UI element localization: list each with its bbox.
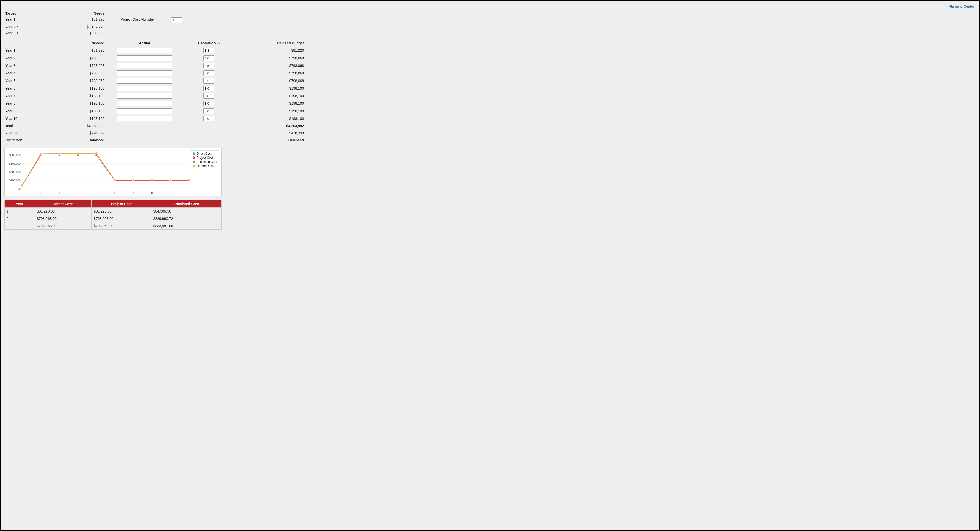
actual-input[interactable] — [117, 48, 172, 53]
targets-grid: Target Needs Year 1 $81,220 Project Cost… — [4, 11, 976, 36]
svg-text:10: 10 — [188, 191, 191, 194]
legend-item: Deferral Cost — [192, 164, 217, 168]
cost-cell-direct: $798,068.00 — [35, 222, 92, 230]
summary-revised: $4,263,992 — [234, 123, 305, 129]
svg-point-60 — [188, 179, 190, 181]
cost-cell-escalated: $833,981.06 — [151, 222, 221, 230]
actual-input[interactable] — [117, 116, 172, 121]
summary-revised: $426,399 — [234, 130, 305, 136]
cost-cell-direct: $798,068.00 — [35, 215, 92, 222]
summary-needed: Balanced — [55, 137, 105, 143]
actual-input[interactable] — [117, 108, 172, 114]
escalation-input[interactable] — [204, 116, 215, 121]
svg-point-57 — [132, 179, 134, 181]
svg-text:$200,000: $200,000 — [9, 179, 21, 182]
revised-value: $198,100 — [234, 100, 305, 107]
target-row-needs: $3,192,270 — [55, 24, 105, 30]
target-row-label: Year 2-5 — [4, 24, 55, 30]
summary-label: Average — [4, 130, 55, 136]
needed-value: $198,100 — [55, 85, 105, 92]
needed-value: $81,220 — [55, 47, 105, 54]
chart-legend: Direct CostProject CostEscalated CostDef… — [190, 151, 219, 169]
needed-value: $798,068 — [55, 62, 105, 69]
target-row-needs: $81,220 — [55, 17, 105, 24]
cost-table: Year Direct Cost Project Cost Escalated … — [4, 200, 221, 230]
actual-input[interactable] — [117, 101, 172, 106]
escalation-input[interactable] — [204, 63, 215, 68]
actual-input[interactable] — [117, 86, 172, 91]
year-label: Year 5 — [4, 78, 55, 84]
escalation-input[interactable] — [204, 101, 215, 106]
actual-input[interactable] — [117, 78, 172, 84]
cost-chart: $0$200,000$400,000$600,000$800,000123456… — [4, 148, 221, 196]
summary-label: Total — [4, 123, 55, 129]
svg-text:9: 9 — [170, 191, 171, 194]
year-label: Year 7 — [4, 93, 55, 99]
year-label: Year 3 — [4, 62, 55, 69]
cost-cell-direct: $81,220.00 — [35, 208, 92, 215]
budget-grid: Needed Actual Escalation % Revised Budge… — [4, 40, 976, 143]
legend-label: Escalated Cost — [197, 160, 217, 163]
target-row-label: Year 1 — [4, 17, 55, 24]
svg-text:4: 4 — [77, 191, 79, 194]
cost-th-year: Year — [5, 200, 35, 208]
svg-point-58 — [151, 179, 153, 181]
year-label: Year 4 — [4, 70, 55, 76]
actual-input[interactable] — [117, 93, 172, 99]
svg-text:$0: $0 — [18, 187, 21, 190]
multiplier-input[interactable] — [171, 17, 182, 23]
col-revised: Revised Budget — [234, 40, 305, 46]
table-row: 3$798,068.00$798,068.00$833,981.06 — [5, 222, 221, 230]
revised-value: $198,100 — [234, 108, 305, 114]
year-label: Year 8 — [4, 100, 55, 107]
svg-text:2: 2 — [40, 191, 41, 194]
escalation-input[interactable] — [204, 93, 215, 99]
svg-text:$400,000: $400,000 — [9, 170, 21, 173]
actual-input[interactable] — [117, 70, 172, 76]
actual-input[interactable] — [117, 63, 172, 68]
planning-center-link[interactable]: Planning Center — [949, 4, 974, 8]
cost-cell-project: $798,068.00 — [91, 215, 151, 222]
svg-point-59 — [170, 179, 172, 181]
legend-label: Project Cost — [197, 156, 213, 160]
col-escalation: Escalation % — [184, 40, 234, 46]
svg-text:3: 3 — [59, 191, 60, 194]
cost-cell-project: $798,068.00 — [91, 222, 151, 230]
legend-item: Direct Cost — [192, 152, 217, 156]
svg-point-54 — [77, 152, 79, 154]
escalation-input[interactable] — [204, 70, 215, 76]
revised-value: $198,100 — [234, 85, 305, 92]
escalation-input[interactable] — [204, 55, 215, 61]
cost-cell-year: 2 — [5, 215, 35, 222]
revised-value: $798,068 — [234, 62, 305, 69]
escalation-input[interactable] — [204, 86, 215, 91]
escalation-input[interactable] — [204, 48, 215, 53]
legend-item: Escalated Cost — [192, 160, 217, 164]
legend-label: Deferral Cost — [197, 164, 215, 168]
svg-text:5: 5 — [95, 191, 97, 194]
svg-text:$800,000: $800,000 — [9, 154, 21, 157]
year-label: Year 2 — [4, 55, 55, 61]
year-label: Year 1 — [4, 47, 55, 54]
needed-value: $198,100 — [55, 108, 105, 114]
table-row: 1$81,220.00$81,220.00$84,306.36 — [5, 208, 221, 215]
needed-value: $798,068 — [55, 70, 105, 76]
svg-text:1: 1 — [21, 191, 23, 194]
needed-value: $198,100 — [55, 100, 105, 107]
chart-svg: $0$200,000$400,000$600,000$800,000123456… — [5, 148, 222, 197]
legend-dot-icon — [192, 160, 195, 163]
year-label: Year 6 — [4, 85, 55, 92]
actual-input[interactable] — [117, 55, 172, 61]
cost-cell-year: 3 — [5, 222, 35, 230]
col-needed: Needed — [55, 40, 105, 46]
escalation-input[interactable] — [204, 108, 215, 114]
svg-rect-0 — [22, 151, 189, 189]
cost-th-project: Project Cost — [91, 200, 151, 208]
svg-point-53 — [58, 153, 60, 155]
cost-th-escalated: Escalated Cost — [151, 200, 221, 208]
needed-value: $198,100 — [55, 93, 105, 99]
revised-value: $798,068 — [234, 70, 305, 76]
svg-point-52 — [40, 153, 42, 155]
legend-dot-icon — [192, 152, 195, 155]
escalation-input[interactable] — [204, 78, 215, 84]
